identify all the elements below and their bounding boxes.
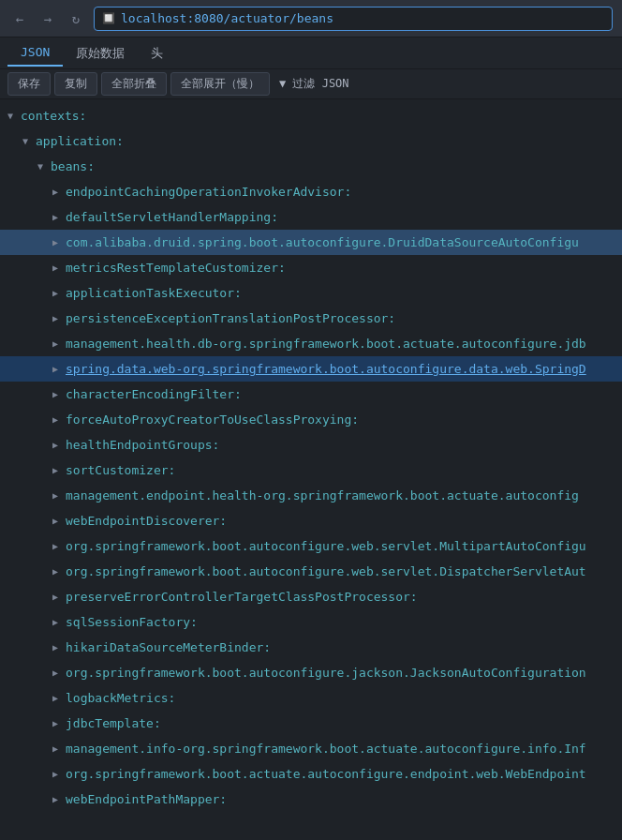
arrow-icon[interactable] — [52, 668, 66, 678]
json-key: management.endpoint.health-org.springfra… — [66, 488, 579, 502]
json-line[interactable]: beans: — [0, 154, 622, 179]
json-key: persistenceExceptionTranslationPostProce… — [66, 311, 395, 325]
json-key: management.health.db-org.springframework… — [66, 337, 586, 351]
json-line[interactable]: characterEncodingFilter: — [0, 382, 622, 407]
json-line[interactable]: org.springframework.boot.autoconfigure.w… — [0, 533, 622, 559]
refresh-button[interactable]: ↻ — [66, 8, 86, 29]
json-key: com.alibaba.druid.spring.boot.autoconfig… — [66, 235, 579, 249]
arrow-icon[interactable] — [52, 465, 66, 475]
json-line[interactable]: org.springframework.boot.actuate.autocon… — [0, 761, 622, 787]
json-line[interactable]: application: — [0, 128, 622, 154]
collapse-all-button[interactable]: 全部折叠 — [101, 72, 167, 96]
arrow-icon[interactable] — [52, 642, 66, 652]
arrow-icon[interactable] — [52, 187, 66, 197]
json-line[interactable]: com.alibaba.druid.spring.boot.autoconfig… — [0, 230, 622, 255]
json-key: webEndpointDiscoverer: — [66, 514, 227, 528]
arrow-icon[interactable] — [52, 566, 66, 577]
json-key: application: — [36, 134, 124, 148]
json-key: preserveErrorControllerTargetClassPostPr… — [66, 590, 418, 604]
json-key: webEndpointPathMapper: — [66, 792, 227, 806]
arrow-icon[interactable] — [52, 288, 66, 298]
json-line[interactable]: jdbcTemplate: — [0, 711, 622, 736]
arrow-icon[interactable] — [52, 743, 66, 754]
json-line[interactable]: webEndpointPathMapper: — [0, 787, 622, 812]
address-bar[interactable]: 🔲 localhost:8080/actuator/beans — [94, 7, 613, 31]
json-line[interactable]: applicationTaskExecutor: — [0, 280, 622, 306]
json-line[interactable]: webEndpointDiscoverer: — [0, 508, 622, 533]
arrow-icon[interactable] — [52, 262, 66, 273]
arrow-icon[interactable] — [37, 161, 51, 172]
json-key: metricsRestTemplateCustomizer: — [66, 261, 286, 275]
tab-headers[interactable]: 头 — [138, 39, 176, 68]
json-line[interactable]: contexts: — [0, 103, 622, 128]
json-key: management.info-org.springframework.boot… — [66, 742, 586, 756]
json-line[interactable]: forceAutoProxyCreatorToUseClassProxying: — [0, 407, 622, 432]
json-key: applicationTaskExecutor: — [66, 286, 242, 300]
json-line[interactable]: org.springframework.boot.autoconfigure.w… — [0, 559, 622, 584]
arrow-icon[interactable] — [52, 769, 66, 779]
json-key: hikariDataSourceMeterBinder: — [66, 640, 271, 654]
forward-button[interactable]: → — [37, 8, 58, 29]
arrow-icon[interactable] — [52, 338, 66, 349]
arrow-icon[interactable] — [52, 592, 66, 602]
arrow-icon[interactable] — [52, 440, 66, 450]
arrow-icon[interactable] — [52, 212, 66, 222]
json-line[interactable]: endpointCachingOperationInvokerAdvisor: — [0, 179, 622, 204]
json-key: sortCustomizer: — [66, 463, 175, 477]
address-text: localhost:8080/actuator/beans — [121, 11, 333, 25]
json-key: spring.data.web-org.springframework.boot… — [66, 362, 586, 376]
arrow-icon[interactable] — [52, 313, 66, 323]
save-button[interactable]: 保存 — [7, 72, 51, 96]
arrow-icon[interactable] — [52, 617, 66, 627]
arrow-icon[interactable] — [52, 718, 66, 728]
json-line[interactable]: org.springframework.boot.autoconfigure.j… — [0, 660, 622, 685]
arrow-icon[interactable] — [52, 794, 66, 804]
arrow-icon[interactable] — [22, 136, 36, 146]
arrow-icon[interactable] — [52, 490, 66, 501]
json-line[interactable]: sortCustomizer: — [0, 458, 622, 483]
json-line[interactable]: hikariDataSourceMeterBinder: — [0, 635, 622, 660]
json-key: characterEncodingFilter: — [66, 387, 242, 401]
json-key: forceAutoProxyCreatorToUseClassProxying: — [66, 412, 359, 427]
arrow-icon[interactable] — [52, 389, 66, 399]
json-key: org.springframework.boot.autoconfigure.j… — [66, 666, 586, 680]
json-key: sqlSessionFactory: — [66, 615, 198, 629]
json-key: jdbcTemplate: — [66, 716, 161, 730]
json-line[interactable]: preserveErrorControllerTargetClassPostPr… — [0, 584, 622, 609]
browser-chrome: ← → ↻ 🔲 localhost:8080/actuator/beans — [0, 0, 622, 38]
arrow-icon[interactable] — [52, 516, 66, 526]
json-line[interactable]: management.info-org.springframework.boot… — [0, 736, 622, 761]
copy-button[interactable]: 复制 — [54, 72, 97, 96]
tab-bar: JSON 原始数据 头 — [0, 38, 622, 69]
json-line[interactable]: management.health.db-org.springframework… — [0, 331, 622, 356]
json-key: logbackMetrics: — [66, 691, 175, 705]
back-button[interactable]: ← — [9, 8, 30, 29]
json-line[interactable]: persistenceExceptionTranslationPostProce… — [0, 306, 622, 331]
json-key: healthEndpointGroups: — [66, 438, 219, 452]
arrow-icon[interactable] — [52, 364, 66, 374]
arrow-icon[interactable] — [52, 414, 66, 425]
arrow-icon[interactable] — [52, 237, 66, 248]
tab-json[interactable]: JSON — [7, 39, 63, 67]
json-line[interactable]: logbackMetrics: — [0, 685, 622, 711]
json-line[interactable]: defaultServletHandlerMapping: — [0, 204, 622, 230]
json-line[interactable]: sqlSessionFactory: — [0, 609, 622, 635]
arrow-icon[interactable] — [52, 541, 66, 551]
json-line[interactable]: management.endpoint.health-org.springfra… — [0, 483, 622, 508]
filter-area[interactable]: ▼ 过滤 JSON — [279, 76, 349, 92]
expand-all-button[interactable]: 全部展开（慢） — [170, 72, 270, 96]
json-line[interactable]: metricsRestTemplateCustomizer: — [0, 255, 622, 280]
tab-raw[interactable]: 原始数据 — [63, 39, 138, 68]
json-key: org.springframework.boot.actuate.autocon… — [66, 767, 586, 781]
json-content: contexts:application:beans:endpointCachi… — [0, 99, 622, 840]
arrow-icon[interactable] — [52, 693, 66, 703]
json-key: defaultServletHandlerMapping: — [66, 210, 278, 224]
json-key: beans: — [51, 159, 95, 173]
arrow-icon[interactable] — [7, 111, 21, 121]
json-line[interactable]: healthEndpointGroups: — [0, 432, 622, 458]
json-key: contexts: — [21, 109, 86, 123]
json-key: endpointCachingOperationInvokerAdvisor: — [66, 185, 351, 199]
toolbar: 保存 复制 全部折叠 全部展开（慢） ▼ 过滤 JSON — [0, 69, 622, 99]
json-line[interactable]: spring.data.web-org.springframework.boot… — [0, 356, 622, 382]
json-key: org.springframework.boot.autoconfigure.w… — [66, 564, 586, 578]
